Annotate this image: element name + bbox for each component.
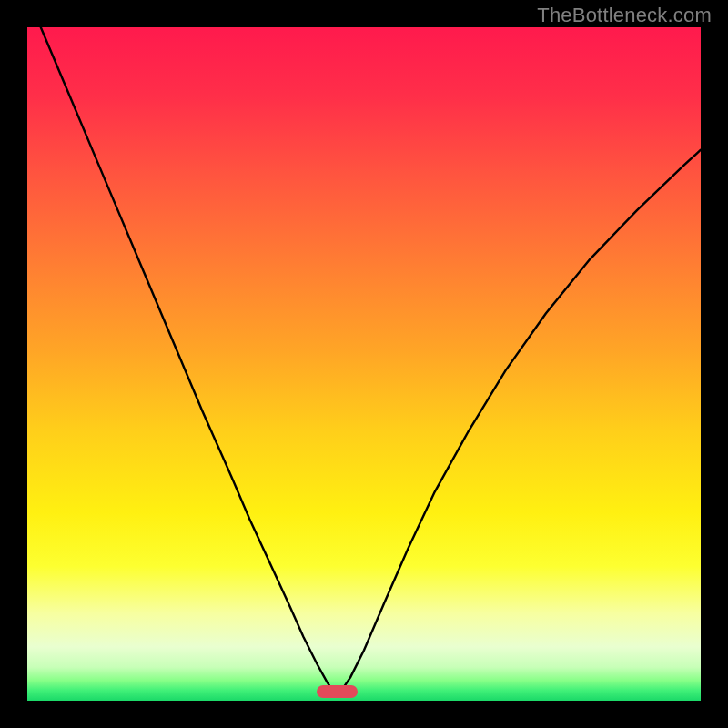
optimum-marker	[317, 685, 357, 698]
watermark-text: TheBottleneck.com	[537, 4, 712, 27]
plot-area	[27, 27, 701, 701]
bottleneck-curve	[27, 27, 701, 701]
curve-right-branch	[339, 150, 701, 694]
curve-left-branch	[41, 27, 335, 694]
chart-frame: TheBottleneck.com	[0, 0, 728, 728]
